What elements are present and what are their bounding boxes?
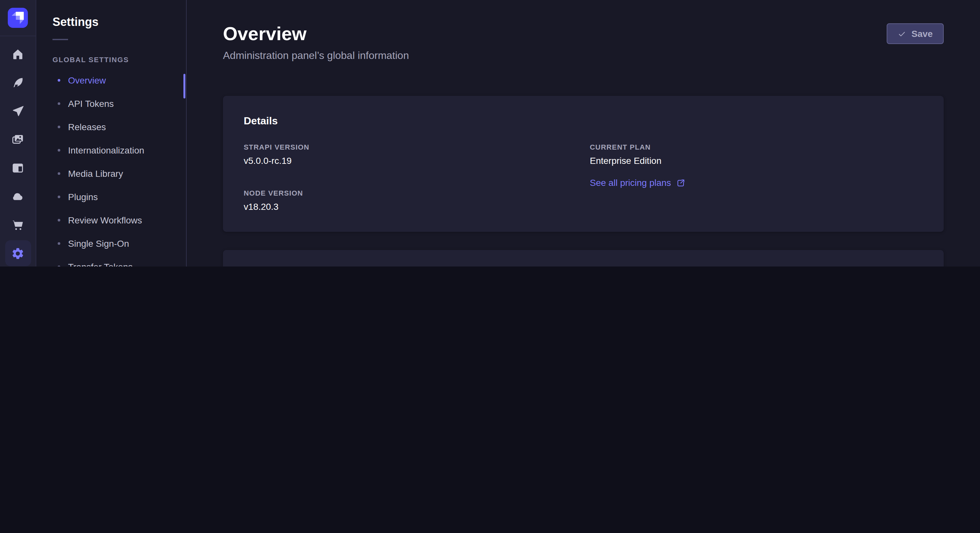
node-version-field: Node version v18.20.3 [244, 189, 577, 213]
home-icon [11, 47, 25, 60]
subnav-title-divider [52, 39, 68, 40]
bullet-icon [58, 219, 60, 222]
bullet-icon [58, 265, 60, 266]
releases-icon [11, 104, 25, 117]
external-link-icon [676, 178, 686, 187]
field-label: Node version [244, 189, 577, 198]
customization-card: Customization Max dimension: 750×750, Ma… [223, 250, 944, 266]
check-icon [898, 30, 907, 38]
subnav-item-media-library[interactable]: Media Library [36, 162, 186, 185]
subnav-item-label: Internationalization [68, 145, 144, 155]
subnav-item-internationalization[interactable]: Internationalization [36, 139, 186, 162]
rail-divider [0, 36, 36, 36]
details-card-title: Details [244, 114, 923, 128]
cloud-icon [11, 189, 25, 203]
bullet-icon [58, 79, 60, 82]
subnav-item-review-workflows[interactable]: Review Workflows [36, 209, 186, 232]
nav-cloud-button[interactable] [5, 183, 31, 209]
marketplace-icon [11, 218, 25, 232]
details-grid: Strapi version v5.0.0-rc.19 Node version… [244, 143, 923, 213]
page-subtitle: Administration panel’s global informatio… [223, 49, 944, 62]
settings-icon [11, 246, 25, 260]
subnav-item-label: Single Sign-On [68, 238, 129, 249]
subnav-title: Settings [52, 14, 186, 30]
subnav-item-plugins[interactable]: Plugins [36, 185, 186, 209]
subnav-item-label: Plugins [68, 192, 98, 202]
pricing-plans-link-label: See all pricing plans [590, 177, 671, 189]
customization-card-title: Customization [244, 265, 923, 266]
nav-content-manager-button[interactable] [5, 155, 31, 181]
subnav-item-releases[interactable]: Releases [36, 115, 186, 139]
bullet-icon [58, 102, 60, 105]
field-value: v18.20.3 [244, 201, 577, 213]
details-left-column: Strapi version v5.0.0-rc.19 Node version… [244, 143, 577, 213]
field-label: Current plan [590, 143, 923, 152]
nav-settings-button[interactable] [5, 240, 31, 266]
subnav-item-label: API Tokens [68, 98, 114, 109]
save-button[interactable]: Save [887, 23, 944, 44]
main-nav-rail: KD [0, 0, 36, 266]
bullet-icon [58, 195, 60, 198]
strapi-admin-settings-page: KD Settings Global SettingsOverviewAPI T… [0, 0, 980, 266]
subnav-scrollbar-thumb[interactable] [183, 74, 185, 98]
pricing-plans-link[interactable]: See all pricing plans [590, 177, 686, 189]
subnav-item-label: Review Workflows [68, 215, 142, 225]
media-library-icon [11, 132, 25, 146]
settings-subnav: Settings Global SettingsOverviewAPI Toke… [36, 0, 187, 266]
field-value: Enterprise Edition [590, 155, 923, 167]
nav-marketplace-button[interactable] [5, 212, 31, 238]
rail-icon-list [5, 41, 31, 266]
strapi-mark-icon [10, 10, 25, 25]
subnav-item-label: Media Library [68, 168, 123, 179]
section-heading: Global Settings [36, 51, 186, 69]
bullet-icon [58, 149, 60, 152]
subnav-item-single-sign-on[interactable]: Single Sign-On [36, 232, 186, 255]
subnav-item-label: Overview [68, 75, 106, 86]
subnav-header: Settings [36, 0, 186, 40]
content-manager-icon [11, 161, 25, 174]
subnav-sections: Global SettingsOverviewAPI TokensRelease… [36, 51, 186, 266]
subnav-item-label: Transfer Tokens [68, 262, 132, 266]
nav-home-button[interactable] [5, 41, 31, 67]
field-value: v5.0.0-rc.19 [244, 155, 577, 167]
field-label: Strapi version [244, 143, 577, 152]
nav-media-library-button[interactable] [5, 126, 31, 152]
details-card: Details Strapi version v5.0.0-rc.19 Node… [223, 96, 944, 232]
bullet-icon [58, 242, 60, 245]
page-title: Overview [223, 22, 944, 45]
nav-content-type-builder-button[interactable] [5, 69, 31, 95]
current-plan-field: Current plan Enterprise Edition [590, 143, 923, 167]
save-button-label: Save [912, 29, 933, 39]
details-right-column: Current plan Enterprise Edition See all … [590, 143, 923, 213]
subnav-item-transfer-tokens[interactable]: Transfer Tokens [36, 255, 186, 266]
bullet-icon [58, 125, 60, 128]
main-content: Overview Administration panel’s global i… [187, 0, 980, 266]
content-type-builder-icon [11, 75, 25, 89]
bullet-icon [58, 172, 60, 175]
subnav-item-api-tokens[interactable]: API Tokens [36, 92, 186, 115]
nav-releases-button[interactable] [5, 98, 31, 124]
page-header: Overview Administration panel’s global i… [223, 22, 944, 62]
subnav-item-label: Releases [68, 122, 106, 132]
subnav-section-global-settings: Global SettingsOverviewAPI TokensRelease… [36, 51, 186, 266]
subnav-item-overview[interactable]: Overview [36, 69, 186, 92]
strapi-logo[interactable] [8, 8, 28, 28]
strapi-version-field: Strapi version v5.0.0-rc.19 [244, 143, 577, 167]
